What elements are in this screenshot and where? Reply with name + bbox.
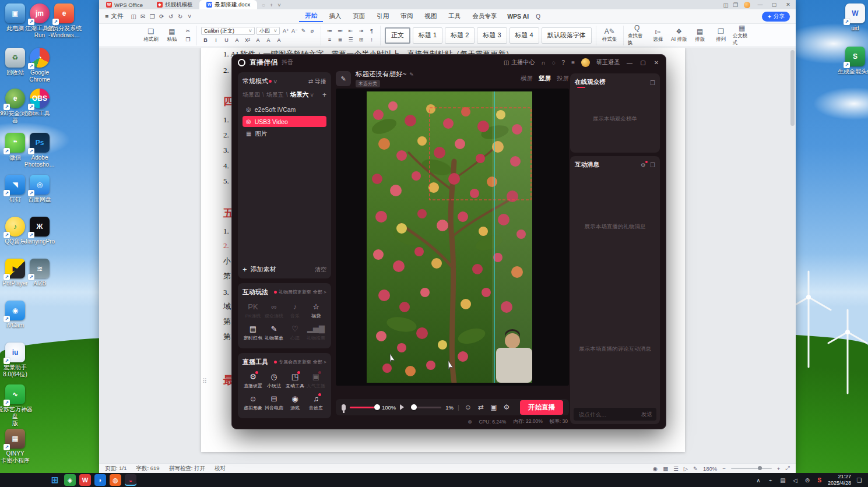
anchor-center-button[interactable]: ◫ 主播中心 <box>504 58 535 66</box>
font-tool-button[interactable]: ✎ <box>299 27 308 35</box>
interact-tool[interactable]: ♡ 心愿 <box>284 324 305 341</box>
font-style-button[interactable]: B <box>201 36 210 44</box>
titlebar-tool-icon[interactable]: ❐ <box>733 2 738 8</box>
document-tab[interactable]: ◆ 找靓机模板 <box>150 0 200 9</box>
control-bar-icon[interactable]: ⇄ <box>476 403 486 411</box>
start-live-button[interactable]: 开始直播 <box>520 400 563 415</box>
desktop-icon[interactable]: Ps Adobe Photosho… <box>21 133 58 168</box>
interact-tool[interactable]: ♪ 音乐 <box>284 302 305 319</box>
mode-select[interactable]: 常规模式 <box>243 77 268 86</box>
add-source-button[interactable]: 添加素材 <box>251 265 276 274</box>
fit-page-icon[interactable]: ⤢ <box>785 465 790 472</box>
desktop-icon[interactable]: ◔ Google Chrome <box>21 48 58 83</box>
control-bar-icon[interactable]: ▣ <box>489 403 498 411</box>
zoom-slider[interactable] <box>731 468 772 469</box>
view-all-link[interactable]: 全部 > <box>313 289 326 295</box>
mic-volume-slider[interactable] <box>350 407 378 408</box>
director-mode-button[interactable]: ⇄ 导播 <box>308 77 326 86</box>
interact-tool[interactable]: ✎ 礼物菜单 <box>263 324 284 341</box>
interact-tool[interactable]: ∞ 观众连线 <box>263 302 284 319</box>
style-preset[interactable]: 默认段落字体 <box>542 27 592 44</box>
popout-icon[interactable]: ❐ <box>650 162 655 168</box>
category-tag[interactable]: 未选分类 <box>356 80 380 87</box>
status-item[interactable]: 校对 <box>215 465 226 472</box>
view-all-link[interactable]: 全部 > <box>313 359 326 365</box>
taskbar-app-icon[interactable]: ◍ <box>110 474 121 486</box>
ribbon-tool-button[interactable]: ▦ 公文模式 <box>733 24 751 47</box>
taskbar-app-icon[interactable]: ◈ <box>64 474 76 486</box>
paragraph-button[interactable]: ☰ <box>346 36 355 44</box>
zoom-out-button[interactable]: − <box>722 465 726 472</box>
quick-access-icon[interactable]: ✉ <box>138 13 147 20</box>
popout-icon[interactable]: ❐ <box>650 80 655 86</box>
style-preset[interactable]: 标题 1 <box>413 27 442 44</box>
desktop-icon[interactable]: W uid <box>837 3 868 32</box>
ribbon-tool-button[interactable]: Q 查找替换 <box>628 24 646 47</box>
desktop-icon[interactable]: S 生成全能头像 <box>837 47 868 75</box>
paragraph-button[interactable]: ¶ <box>367 27 376 35</box>
status-item[interactable]: 页面: 1/1 <box>105 465 127 472</box>
interact-tool[interactable]: ▤ 定时红包 <box>243 324 263 341</box>
live-tool[interactable]: ◳ 互动工具 <box>284 372 305 389</box>
live-tool[interactable]: ⊟ 抖音电商 <box>263 394 284 411</box>
ribbon-tab[interactable]: 视图 <box>419 11 442 22</box>
titlebar-icon[interactable]: ≡ <box>571 59 575 66</box>
edit-cover-button[interactable]: ✎ <box>336 71 351 86</box>
clear-sources-button[interactable]: 清空 <box>315 266 326 274</box>
send-button[interactable]: 发送 <box>641 411 652 418</box>
comment-icon[interactable]: ◌ <box>262 2 265 8</box>
orientation-tab[interactable]: 横屏 <box>521 75 533 83</box>
font-style-button[interactable]: U <box>222 36 231 44</box>
live-tool[interactable]: ▣ 人气主播 <box>305 372 326 389</box>
zoom-level[interactable]: 180% <box>703 465 717 472</box>
redo-icon[interactable]: ↻ <box>175 13 185 20</box>
font-tool-button[interactable]: ⌀ <box>308 27 317 35</box>
live-tool[interactable]: ☺ 虚拟形象 <box>243 394 263 411</box>
tray-icon[interactable]: ▤ <box>779 477 787 484</box>
style-preset[interactable]: 正文 <box>385 27 410 44</box>
paragraph-drag-handle[interactable]: ⠿ <box>202 377 207 385</box>
speaker-icon[interactable] <box>400 404 407 410</box>
microphone-icon[interactable] <box>342 404 346 411</box>
font-style-button[interactable]: A <box>264 36 273 44</box>
titlebar-icon[interactable]: ∩ <box>541 59 545 66</box>
more-caret-icon[interactable]: ˅ <box>185 13 194 20</box>
account-avatar[interactable] <box>744 2 750 8</box>
ribbon-tab[interactable]: 插入 <box>323 11 347 22</box>
orientation-tab[interactable]: 投屏 <box>557 75 569 83</box>
titlebar-tool-icon[interactable]: ◫ <box>723 2 728 8</box>
taskbar-app-icon[interactable]: ⊞ <box>49 474 61 486</box>
paragraph-button[interactable]: ≡ <box>325 36 334 44</box>
undo-icon[interactable]: ↺ <box>166 13 175 20</box>
paragraph-button[interactable]: ⇥ <box>357 27 366 35</box>
tray-icon[interactable]: ∧ <box>754 477 762 484</box>
font-style-button[interactable]: A <box>275 36 283 44</box>
ribbon-tool-button[interactable]: ▤ 排版 <box>691 28 709 43</box>
zoom-in-button[interactable]: + <box>777 465 781 472</box>
maximize-button[interactable]: ▢ <box>639 59 646 66</box>
quick-access-icon[interactable]: ❐ <box>147 13 157 20</box>
view-mode-icon[interactable]: ✎ <box>693 465 698 472</box>
chat-input[interactable] <box>578 411 638 418</box>
scene-tab[interactable]: 场景六 <box>284 91 308 99</box>
live-tool[interactable]: ◉ 游戏 <box>284 394 305 411</box>
share-button[interactable]: ✦ 分享 <box>762 12 790 22</box>
paragraph-button[interactable]: ≕ <box>336 27 345 35</box>
style-set-button[interactable]: A✎ 样式集 <box>600 28 619 43</box>
taskbar-app-icon[interactable]: W <box>79 474 91 486</box>
font-size-select[interactable]: 小四 ˅ <box>256 27 280 35</box>
maximize-button[interactable]: ▢ <box>770 2 778 8</box>
view-mode-icon[interactable]: ◉ <box>653 465 658 472</box>
taskbar-app-icon[interactable]: ◗ <box>94 474 106 486</box>
desktop-icon[interactable]: ≋ AIZB <box>21 259 58 287</box>
font-tool-button[interactable]: A⁻ <box>290 27 299 35</box>
tray-icon[interactable]: ⌁ <box>767 477 775 484</box>
gear-icon[interactable]: ⚙ <box>641 162 646 168</box>
font-style-button[interactable]: I <box>212 36 220 44</box>
font-style-button[interactable]: A <box>233 36 241 44</box>
scene-tab[interactable]: 场景四 <box>243 91 260 99</box>
user-avatar[interactable] <box>581 58 590 67</box>
paragraph-button[interactable]: ≣ <box>336 36 345 44</box>
taskbar-app-icon[interactable]: ◒ <box>125 474 136 486</box>
view-mode-icon[interactable]: ▷ <box>684 465 688 472</box>
